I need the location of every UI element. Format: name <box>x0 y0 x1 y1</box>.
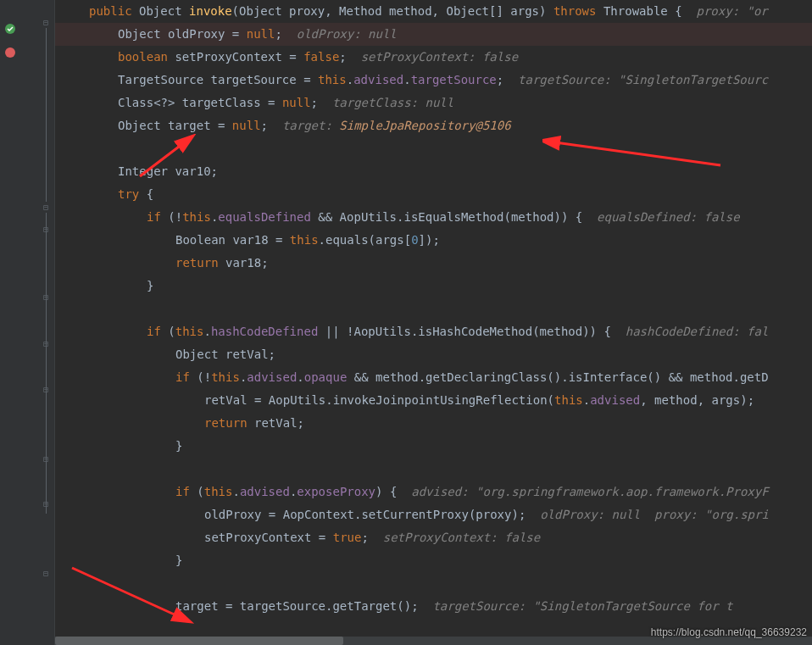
code-line: if (!this.advised.opaque && method.getDe… <box>55 366 812 389</box>
fold-toggle[interactable]: ⊟ <box>41 202 51 212</box>
code-line: if (this.advised.exposeProxy) { advised:… <box>55 481 812 503</box>
code-line: Class<?> targetClass = null; targetClass… <box>55 92 812 114</box>
code-line: } <box>55 549 812 572</box>
code-line-blank <box>55 137 812 160</box>
code-line-blank <box>55 458 812 481</box>
code-line: Object target = null; target: SimpleJpaR… <box>55 114 812 137</box>
code-area[interactable]: public Object invoke(Object proxy, Metho… <box>55 0 812 645</box>
gutter: ⊟ ⊟ ⊟ ⊟ ⊟ ⊟ ⊟ ⊟ ⊟ <box>0 0 55 645</box>
code-line: } <box>55 435 812 458</box>
svg-point-1 <box>5 47 15 58</box>
fold-toggle[interactable]: ⊟ <box>41 224 51 234</box>
code-line: Boolean var18 = this.equals(args[0]); <box>55 229 812 252</box>
implemented-icon[interactable] <box>3 22 17 36</box>
code-line: return var18; <box>55 252 812 275</box>
code-line: if (this.hashCodeDefined || !AopUtils.is… <box>55 320 812 343</box>
code-line: Integer var10; <box>55 160 812 183</box>
fold-line <box>46 213 47 514</box>
code-line: boolean setProxyContext = false; setProx… <box>55 46 812 69</box>
fold-toggle[interactable]: ⊟ <box>41 17 51 27</box>
code-line: setProxyContext = true; setProxyContext:… <box>55 526 812 549</box>
code-line: } <box>55 275 812 297</box>
code-line: oldProxy = AopContext.setCurrentProxy(pr… <box>55 503 812 526</box>
code-line-blank <box>55 572 812 595</box>
watermark-text: https://blog.csdn.net/qq_36639232 <box>651 626 807 638</box>
fold-toggle[interactable]: ⊟ <box>41 568 51 578</box>
code-line: return retVal; <box>55 412 812 435</box>
fold-toggle[interactable]: ⊟ <box>41 338 51 348</box>
code-line: if (!this.equalsDefined && AopUtils.isEq… <box>55 206 812 229</box>
fold-toggle[interactable]: ⊟ <box>41 498 51 509</box>
fold-line <box>46 28 47 202</box>
breakpoint-icon[interactable] <box>3 46 17 59</box>
fold-toggle[interactable]: ⊟ <box>41 384 51 394</box>
code-line: target = targetSource.getTarget(); targe… <box>55 595 812 618</box>
fold-toggle[interactable]: ⊟ <box>41 292 51 302</box>
scrollbar-thumb[interactable] <box>55 637 343 645</box>
code-line-highlighted: Object oldProxy = null; oldProxy: null <box>55 23 812 46</box>
code-line: public Object invoke(Object proxy, Metho… <box>55 0 812 23</box>
code-line: try { <box>55 183 812 206</box>
code-line: Object retVal; <box>55 343 812 366</box>
code-line: retVal = AopUtils.invokeJoinpointUsingRe… <box>55 389 812 412</box>
fold-toggle[interactable]: ⊟ <box>41 453 51 464</box>
code-line: TargetSource targetSource = this.advised… <box>55 69 812 92</box>
code-line-blank <box>55 297 812 320</box>
